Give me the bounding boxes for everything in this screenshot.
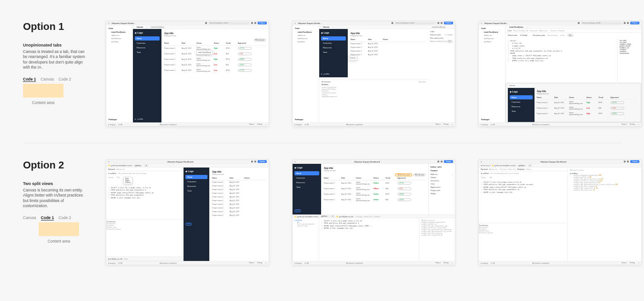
- table-row[interactable]: Project name 1Aug 24, 2021: [212, 206, 266, 210]
- table-row[interactable]: Project name 1Aug 24, 2021name-b@somethi…: [164, 62, 266, 68]
- nav-home[interactable]: Home: [135, 36, 160, 41]
- nav-tools[interactable]: Tools: [321, 50, 346, 54]
- table-row[interactable]: Project name 1Aug 24, 2021name-a@somethi…: [164, 57, 266, 62]
- btab-state[interactable]: State (12): [364, 215, 372, 218]
- filter-name[interactable]: Filter by name: [414, 174, 426, 176]
- global-search[interactable]: Search anything or ask AI: [581, 22, 622, 24]
- nav-tools[interactable]: Tools: [294, 185, 319, 189]
- file-item[interactable]: nameYourQuery: [481, 31, 503, 33]
- nav-tools[interactable]: Tools: [185, 189, 207, 193]
- rtab-state[interactable]: State (12): [508, 168, 516, 170]
- canvas-tab-label[interactable]: Canvas: [508, 84, 517, 87]
- nav-home[interactable]: Home: [510, 95, 533, 99]
- nav-customers[interactable]: Customers: [135, 41, 160, 45]
- menu-bottom[interactable]: Bottom: [125, 181, 131, 183]
- resource-select[interactable]: restData: [110, 173, 116, 174]
- packages-head[interactable]: Packages: [481, 117, 503, 121]
- table-row[interactable]: Project name 1Aug 24, 2021: [351, 53, 426, 57]
- settings-icon[interactable]: [254, 22, 256, 24]
- help-icon[interactable]: [251, 22, 253, 24]
- insp-addons[interactable]: Add-ons: [431, 173, 437, 175]
- tab-canvas[interactable]: Canvas: [23, 215, 36, 220]
- nav-home[interactable]: Home: [185, 175, 207, 179]
- table-row[interactable]: Project name 1Aug 24, 2021name-c@somethi…: [164, 51, 266, 57]
- nav-alerts[interactable]: Alerts: [321, 36, 346, 41]
- code-editor[interactable]: 1SELECT2 a.inst_id,3 a.page_views,4 a.tr…: [506, 38, 617, 83]
- help-icon[interactable]: [437, 22, 439, 24]
- tab-code2[interactable]: Code 2: [58, 77, 71, 82]
- file-item[interactable]: textState: [295, 41, 316, 43]
- drop-indicator[interactable]: Canvas: [348, 56, 357, 60]
- nav-tools[interactable]: Tools: [135, 50, 160, 54]
- search-icon[interactable]: [391, 22, 393, 24]
- filter-input[interactable]: Filter by name: [254, 39, 266, 41]
- nav-resources[interactable]: Resources: [135, 46, 160, 50]
- report-link[interactable]: Report: [435, 123, 440, 126]
- report-link[interactable]: Report: [621, 262, 627, 264]
- table-row[interactable]: Project name 1Aug 24, 2021name-a@somethi…: [537, 111, 637, 116]
- table-row[interactable]: Project name 1Aug 24, 2021name-a@somethi…: [164, 46, 266, 51]
- crumb-canvas[interactable]: Canvas: [483, 164, 489, 167]
- global-search[interactable]: Search anything or ask AI: [208, 22, 250, 24]
- debug-link[interactable]: Debug: [443, 123, 448, 126]
- insp-click[interactable]: Click: [431, 183, 435, 185]
- file-item[interactable]: nameYourQuery: [109, 31, 130, 33]
- tab-query[interactable]: nameYourQuery: [430, 25, 447, 29]
- file-item[interactable]: styles.css: [109, 34, 130, 36]
- nav-resources[interactable]: Resources: [185, 184, 207, 188]
- btab-preview[interactable]: Preview: [356, 215, 362, 218]
- table-row[interactable]: Project name 1Aug 24, 2021: [212, 195, 266, 199]
- debug-link[interactable]: Debug: [257, 262, 262, 264]
- table-row[interactable]: Project name 1Aug 24, 2021: [212, 191, 266, 195]
- table-row[interactable]: Project name 1Aug 24, 2021name-a@somethi…: [324, 180, 426, 186]
- report-link[interactable]: Report: [435, 262, 440, 264]
- table-row[interactable]: Project name 1Aug 24, 2021: [351, 42, 426, 46]
- file-item[interactable]: textState: [481, 41, 503, 43]
- packages-head[interactable]: Packages: [295, 117, 316, 121]
- split-menu[interactable]: New Right Bottom: [123, 177, 132, 184]
- expand-link[interactable]: Expand: [558, 29, 565, 32]
- table-row[interactable]: Project name 1Aug 24, 2021name-c@somethi…: [537, 105, 637, 111]
- nav-resources[interactable]: Resources: [294, 180, 319, 185]
- debug-link[interactable]: Debug: [443, 262, 448, 264]
- table-row[interactable]: Project name 1Aug 24, 2021: [351, 46, 426, 49]
- subtab-advanced[interactable]: Advanced: [539, 29, 547, 32]
- code-editor[interactable]: 1SELECT a.inst_id, a.page_views, a.try_i…: [106, 185, 183, 217]
- insp-details[interactable]: Details: [431, 176, 436, 179]
- table-row[interactable]: Project name 1Aug 24, 2021: [212, 203, 266, 206]
- table-row[interactable]: Project name 1Aug 24, 2021: [212, 188, 266, 191]
- resource-select[interactable]: restData: [483, 173, 489, 174]
- table-row[interactable]: Project name 1Aug 24, 2021: [212, 184, 266, 188]
- report-link[interactable]: Report: [249, 123, 254, 126]
- schema-item[interactable]: usersessions: [620, 52, 639, 54]
- subtab-events[interactable]: Event handlers (0): [513, 29, 529, 32]
- btab-schema[interactable]: Schema: [374, 215, 380, 218]
- table-row[interactable]: Project name 1Aug 24, 2021: [351, 49, 426, 53]
- packages-head[interactable]: Packages: [109, 117, 130, 121]
- tab-canvas[interactable]: Canvas: [40, 77, 54, 82]
- schema-search[interactable]: Search schema: [572, 169, 584, 171]
- nav-customers[interactable]: Customers: [185, 179, 207, 184]
- search-icon[interactable]: [205, 22, 207, 24]
- crumb-tag[interactable]: getData: [133, 165, 143, 167]
- filter-dates[interactable]: 📅 Filter by name: [395, 174, 412, 176]
- search-icon[interactable]: [578, 22, 580, 24]
- rtab-preview[interactable]: Preview: [500, 168, 506, 170]
- nav-customers[interactable]: Customers: [294, 176, 319, 180]
- schema-item[interactable]: budgetManagement: [322, 96, 426, 98]
- nav-home[interactable]: Home: [294, 171, 319, 175]
- file-item[interactable]: textState: [109, 41, 130, 43]
- file-item[interactable]: styles.css: [295, 34, 316, 36]
- table-row[interactable]: Project name 1Aug 24, 2021: [212, 210, 266, 214]
- debug-link[interactable]: Debug: [257, 123, 262, 126]
- publish-button[interactable]: Publish: [444, 22, 453, 24]
- nav-resources[interactable]: Resources: [321, 46, 346, 50]
- tab-code2[interactable]: Code 2: [58, 215, 71, 220]
- file-item[interactable]: styles.css: [481, 34, 503, 36]
- table-row[interactable]: Project name 1Aug 24, 2021name-a@somethi…: [537, 100, 637, 105]
- run-button[interactable]: Run: [568, 34, 573, 37]
- tab-canvas[interactable]: Canvas: [135, 25, 145, 29]
- insp-appearance[interactable]: Appearance: [431, 186, 441, 188]
- table-row[interactable]: Project name 1Aug 24, 2021name-c@somethi…: [324, 186, 426, 191]
- nav-user[interactable]: ● justiEla: [135, 116, 160, 120]
